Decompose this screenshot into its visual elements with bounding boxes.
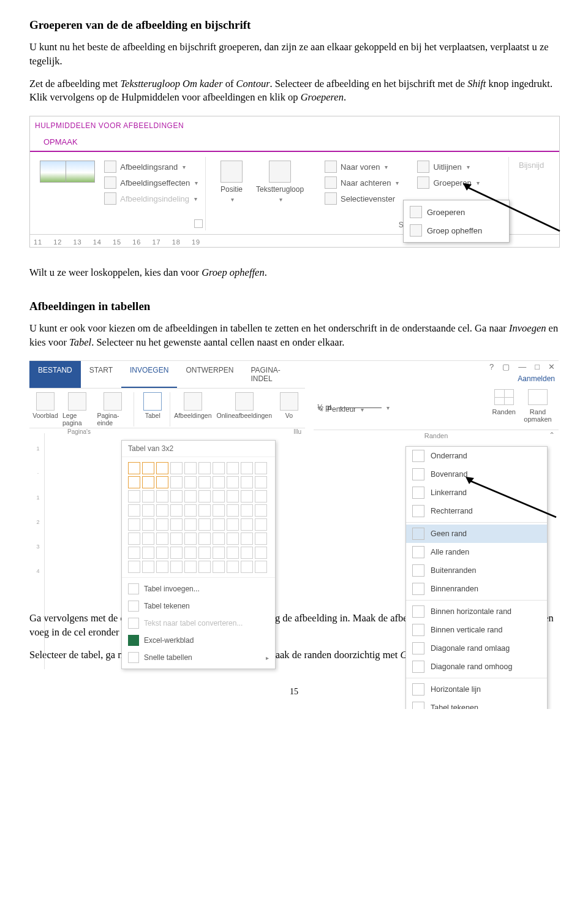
voorblad-button[interactable]: Voorblad: [31, 392, 60, 427]
selectievenster-button[interactable]: Selectievenster: [325, 192, 399, 205]
menu-item-geen-rand[interactable]: Geen rand: [406, 525, 547, 543]
signin-link[interactable]: Aanmelden: [518, 374, 555, 383]
tab-invoegen[interactable]: INVOEGEN: [121, 361, 177, 388]
label: Selectievenster: [341, 194, 395, 203]
menu-item-onderrand[interactable]: Onderrand: [406, 447, 547, 465]
border-bottom-icon: [412, 450, 424, 462]
collapse-ribbon-icon[interactable]: ⌃: [549, 431, 555, 439]
coverpage-icon: [36, 392, 55, 411]
picture-style-thumb[interactable]: [66, 161, 95, 183]
tab-start[interactable]: START: [81, 361, 121, 388]
send-backward-icon: [325, 176, 337, 189]
vertical-ruler: 1·1234: [32, 433, 45, 669]
txt: . Selecteer nu het gewenste aantal celle…: [91, 336, 344, 348]
label: Penkleur: [327, 405, 356, 414]
border-inside-icon: [412, 583, 424, 595]
label: Naar voren: [341, 162, 380, 172]
table-draw-icon: [412, 702, 424, 708]
tab-bestand[interactable]: BESTAND: [29, 361, 81, 388]
label: Positie: [221, 185, 243, 194]
para-tabellen-intro: U kunt er ook voor kiezen om de afbeeldi…: [29, 322, 559, 350]
ruler-tick: 14: [93, 238, 102, 246]
svg-marker-3: [466, 477, 474, 484]
group-label-illu: Illu: [293, 428, 301, 435]
menu-item-tabel-invoegen[interactable]: Tabel invoegen...: [122, 580, 275, 597]
pagina-einde-button[interactable]: Pagina-einde: [94, 392, 131, 427]
ribbon-tab-opmaak[interactable]: OPMAAK: [35, 134, 86, 151]
menu-item-binnen-verticaal[interactable]: Binnen verticale rand: [406, 621, 547, 639]
tabel-dropdown: Tabel van 3x2 Tabel invoegen... Tabel t: [121, 440, 276, 669]
afbeeldingsindeling-button[interactable]: Afbeeldingsindeling▾: [104, 192, 198, 205]
chevron-down-icon: ▾: [467, 164, 470, 170]
naar-voren-button[interactable]: Naar voren▾: [325, 161, 399, 173]
table-draw-icon: [128, 601, 139, 612]
tab-pagina-indel[interactable]: PAGINA-INDEL: [242, 361, 305, 388]
maximize-icon[interactable]: □: [535, 362, 540, 371]
label: Linkerrand: [431, 488, 467, 497]
label: Randen: [492, 408, 516, 415]
label: Binnenranden: [431, 585, 478, 593]
ribbon-options-icon[interactable]: ▢: [502, 362, 510, 371]
svg-marker-1: [463, 183, 472, 191]
menu-item-diag-omhoog[interactable]: Diagonale rand omhoog: [406, 658, 547, 676]
ungroup-icon: [410, 224, 422, 237]
randen-split-button[interactable]: [494, 389, 514, 405]
label: Diagonale rand omlaag: [431, 644, 510, 653]
tabel-size-title: Tabel van 3x2: [122, 441, 275, 457]
figure-invoegen-tabel-randen: BESTAND START INVOEGEN ONTWERPEN PAGINA-…: [29, 360, 559, 593]
onlineafbeeldingen-button[interactable]: Onlineafbeeldingen: [214, 392, 275, 427]
tabel-button[interactable]: Tabel: [138, 392, 167, 427]
minimize-icon[interactable]: —: [518, 362, 526, 371]
bring-forward-icon: [325, 161, 337, 173]
tab-ontwerpen[interactable]: ONTWERPEN: [177, 361, 242, 388]
vormen-partial[interactable]: Vo: [274, 392, 304, 427]
tabel-size-grid[interactable]: [122, 457, 275, 577]
table-insert-icon: [128, 583, 139, 594]
uitlijnen-button[interactable]: Uitlijnen▾: [417, 161, 479, 173]
help-icon[interactable]: ?: [489, 362, 494, 371]
close-icon[interactable]: ✕: [548, 362, 555, 371]
menu-item-diag-omlaag[interactable]: Diagonale rand omlaag: [406, 639, 547, 658]
quick-tables-icon: [128, 652, 139, 663]
menu-item-snelle-tabellen[interactable]: Snelle tabellen▸: [122, 649, 275, 666]
ruler-tick: 18: [172, 238, 181, 246]
label: Tekstterugloop: [256, 185, 304, 194]
ribbon-context-title: HULPMIDDELEN VOOR AFBEELDINGEN: [35, 121, 554, 130]
rand-opmaken-button[interactable]: [528, 389, 548, 405]
penkleur-button[interactable]: ✎ Penkleur ▾: [317, 405, 364, 414]
menu-item-tabel-tekenen[interactable]: Tabel tekenen: [406, 699, 547, 708]
em-tekstterugloop: Tekstterugloop Om kader: [120, 78, 222, 89]
menu-item-horizontale-lijn[interactable]: Horizontale lijn: [406, 680, 547, 699]
txt: .: [265, 267, 267, 278]
lege-pagina-button[interactable]: Lege pagina: [60, 392, 94, 427]
afbeeldingen-button[interactable]: Afbeeldingen: [172, 392, 214, 427]
positie-button[interactable]: Positie ▾: [216, 161, 247, 217]
border-top-icon: [412, 468, 424, 480]
menu-item-tabel-tekenen[interactable]: Tabel tekenen: [122, 597, 275, 615]
border-inside-h-icon: [412, 605, 424, 618]
annotation-arrow: [463, 183, 561, 232]
para-2: Zet de afbeelding met Tekstterugloop Om …: [29, 77, 559, 105]
label: Afbeeldingseffecten: [120, 178, 190, 188]
wrap-icon: [269, 161, 291, 183]
afbeeldingsrand-button[interactable]: Afbeeldingsrand▾: [104, 161, 198, 173]
label: Binnen horizontale rand: [431, 607, 511, 616]
menu-item-excel-werkblad[interactable]: Excel-werkblad: [122, 632, 275, 649]
border-none-icon: [412, 528, 424, 540]
menu-item-buitenranden[interactable]: Buitenranden: [406, 561, 547, 580]
dialog-launcher[interactable]: [194, 219, 203, 228]
menu-item-binnen-horizontaal[interactable]: Binnen horizontale rand: [406, 602, 547, 621]
border-outside-icon: [412, 564, 424, 577]
chevron-down-icon: ▾: [361, 406, 364, 413]
chevron-down-icon: ▾: [183, 164, 186, 170]
label: Bovenrand: [431, 470, 467, 479]
txt: of: [223, 78, 236, 89]
tekstterugloop-button[interactable]: Tekstterugloop ▾: [251, 161, 309, 217]
group-icon: [410, 206, 422, 218]
label: Rand opmaken: [521, 408, 555, 423]
naar-achteren-button[interactable]: Naar achteren▾: [325, 176, 399, 189]
afbeeldingseffecten-button[interactable]: Afbeeldingseffecten▾: [104, 176, 198, 189]
menu-item-alle-randen[interactable]: Alle randen: [406, 543, 547, 561]
menu-item-binnenranden[interactable]: Binnenranden: [406, 580, 547, 598]
em-groep-opheffen: Groep opheffen: [202, 267, 265, 278]
